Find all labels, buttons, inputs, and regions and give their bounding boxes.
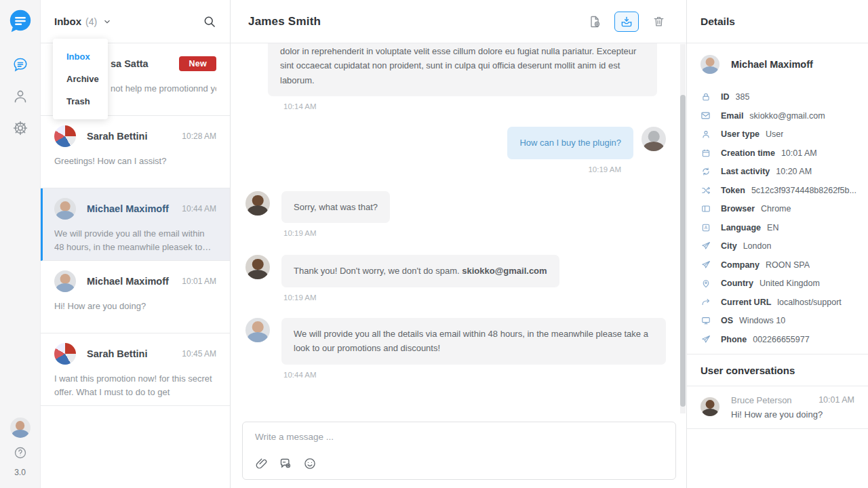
chat-scrollbar-thumb[interactable] [680, 95, 686, 407]
filter-label: Inbox [54, 16, 81, 27]
inbox-filter-dropdown: Inbox Archive Trash [53, 39, 108, 119]
detail-row-browser: Browser Chrome [701, 204, 859, 214]
message-time: 10:19 AM [283, 293, 666, 302]
conversation-item[interactable]: Michael Maximoff 10:01 AM Hi! How are yo… [41, 261, 230, 333]
message-composer [242, 422, 676, 480]
message-time: 10:19 AM [283, 229, 666, 237]
envelope-icon [701, 110, 711, 121]
location-pin-icon [701, 279, 711, 289]
user-conversation-name: Bruce Peterson [731, 395, 792, 405]
share-arrow-icon [701, 297, 711, 307]
emoji-icon[interactable] [303, 457, 317, 471]
messages-area: dolor in reprehenderit in voluptate veli… [231, 43, 686, 422]
conversation-time: 10:45 AM [182, 349, 216, 359]
user-conversation-item[interactable]: Bruce Peterson 10:01 AM Hi! How are you … [687, 386, 868, 429]
message-input[interactable] [255, 432, 663, 442]
shuffle-icon [701, 185, 711, 195]
conversation-name: Michael Maximoff [87, 276, 169, 287]
message-incoming: Thank you! Don't worry, we don't do spam… [245, 255, 666, 287]
message-incoming: We will provide you all the details via … [245, 318, 666, 365]
calendar-icon [701, 148, 711, 158]
dropdown-item-trash[interactable]: Trash [53, 90, 108, 113]
message-bubble: We will provide you all the details via … [281, 318, 666, 365]
detail-row-id: ID 385 [701, 92, 859, 102]
conversation-item[interactable]: Sarah Bettini 10:28 AM Greetings! How ca… [41, 116, 230, 188]
add-note-icon[interactable] [585, 12, 605, 31]
chat-title: James Smith [248, 15, 321, 28]
paper-plane-icon [701, 334, 711, 344]
avatar [642, 127, 666, 151]
avatar [245, 191, 270, 216]
delete-conversation-icon[interactable] [648, 12, 669, 31]
detail-row-creation-time: Creation time 10:01 AM [701, 148, 859, 158]
svg-text:A: A [704, 225, 707, 230]
inbox-filter-toggle[interactable]: Inbox (4) [54, 16, 112, 27]
user-conversation-preview: Hi! How are you doing? [731, 409, 854, 420]
conversations-icon[interactable] [12, 56, 29, 73]
conversation-item[interactable]: Sarah Bettini 10:45 AM I want this promo… [41, 333, 230, 406]
message-email: skiokko@gmail.com [462, 266, 547, 276]
canned-responses-icon[interactable] [279, 457, 293, 471]
app-version: 3.0 [14, 468, 26, 477]
conversation-preview: Hi! How are you doing? [54, 300, 216, 313]
message-bubble: Thank you! Don't worry, we don't do spam… [281, 255, 559, 287]
details-rows: ID 385 Email skiokko@gmail.com User type… [687, 78, 868, 354]
paper-plane-icon [701, 260, 711, 270]
message-time: 10:14 AM [283, 102, 666, 110]
details-user: Michael Maximoff [687, 43, 868, 78]
dropdown-item-archive[interactable]: Archive [53, 68, 108, 90]
message-bubble: How can I buy the plugin? [507, 127, 633, 159]
message-time: 10:44 AM [283, 371, 666, 379]
user-conversations-title: User conversations [701, 365, 795, 376]
archive-conversation-icon[interactable] [614, 12, 639, 32]
message-bubble: dolor in reprehenderit in voluptate veli… [268, 43, 657, 96]
chat-header: James Smith [231, 0, 686, 43]
conversation-name: Sarah Bettini [87, 348, 147, 359]
message-text: Thank you! Don't worry, we don't do spam… [294, 266, 462, 276]
contacts-icon[interactable] [12, 87, 29, 105]
detail-row-last-activity: Last activity 10:20 AM [701, 167, 859, 177]
chat-panel: James Smith dolor in reprehenderit in vo… [231, 0, 686, 488]
avatar [701, 397, 719, 416]
search-icon[interactable] [203, 15, 216, 28]
detail-row-current-url: Current URL localhost/support [701, 297, 859, 307]
conversation-preview: Greetings! How can I assist? [54, 155, 216, 168]
browser-icon [701, 204, 711, 214]
nav-rail: 3.0 [0, 0, 41, 488]
paper-plane-icon [701, 241, 711, 251]
avatar [54, 125, 76, 147]
conversation-preview: We will provide you all the email within… [54, 227, 216, 254]
detail-row-user-type: User type User [701, 129, 859, 140]
new-badge: New [179, 56, 216, 71]
user-conversation-time: 10:01 AM [818, 395, 854, 405]
conversation-name: Michael Maximoff [87, 203, 169, 214]
conversation-preview: I want this promotion now! for this secr… [54, 372, 216, 399]
message-time: 10:19 AM [245, 165, 621, 174]
details-header: Details [687, 0, 868, 43]
avatar [245, 255, 270, 279]
details-title: Details [701, 16, 735, 28]
detail-row-language: A Language EN [701, 222, 859, 232]
attachment-icon[interactable] [255, 457, 269, 471]
details-panel: Details Michael Maximoff ID 385 Email sk… [686, 0, 868, 488]
settings-icon[interactable] [12, 119, 29, 137]
language-icon: A [701, 222, 711, 232]
avatar [54, 343, 76, 365]
conversation-name: Sarah Bettini [87, 131, 147, 142]
user-conversations-section: User conversations [687, 354, 868, 386]
conversation-time: 10:44 AM [182, 204, 216, 214]
refresh-icon [701, 167, 711, 177]
message-outgoing: How can I buy the plugin? [245, 127, 666, 159]
detail-row-phone: Phone 002266655977 [701, 334, 859, 344]
dropdown-item-inbox[interactable]: Inbox [53, 45, 108, 68]
help-icon[interactable] [14, 446, 27, 460]
message-bubble: Sorry, what was that? [281, 191, 390, 223]
conversation-time: 10:01 AM [182, 277, 216, 286]
conversation-item-selected[interactable]: Michael Maximoff 10:44 AM We will provid… [41, 188, 230, 261]
user-icon [701, 129, 711, 140]
chevron-down-icon [102, 17, 112, 26]
current-user-avatar[interactable] [10, 418, 31, 438]
message-incoming: dolor in reprehenderit in voluptate veli… [245, 43, 666, 96]
conversation-time: 10:28 AM [182, 131, 216, 141]
filter-count: (4) [85, 16, 97, 27]
